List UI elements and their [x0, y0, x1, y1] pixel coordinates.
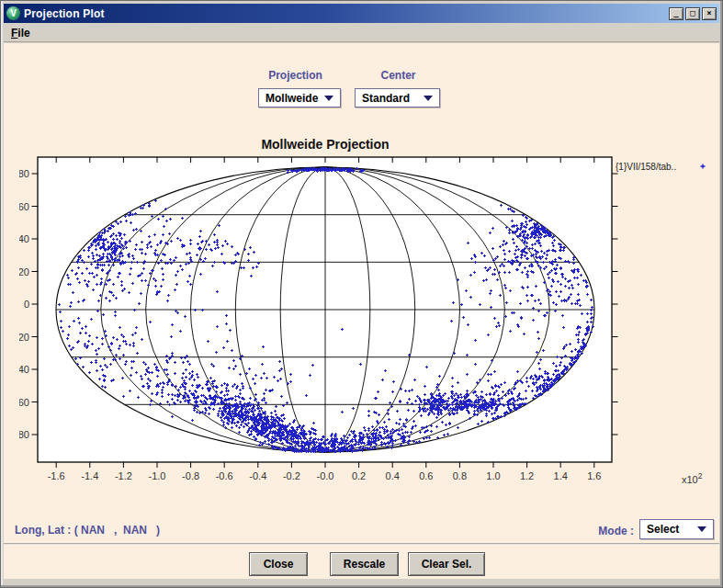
svg-text:-80: -80 — [19, 429, 29, 440]
svg-text:0.2: 0.2 — [352, 470, 366, 481]
legend: {1}VII/158/tab.. — [616, 162, 706, 172]
window-title: Projection Plot — [24, 7, 669, 20]
mode-combo-value: Select — [640, 523, 697, 536]
svg-text:0.8: 0.8 — [453, 470, 467, 481]
svg-text:80: 80 — [19, 168, 29, 179]
close-window-button[interactable]: × — [702, 7, 717, 20]
scatter-points-layer[interactable] — [38, 157, 612, 462]
legend-label: {1}VII/158/tab.. — [616, 162, 676, 172]
svg-text:1.6: 1.6 — [587, 470, 601, 481]
x-axis-scale-label: x102 — [682, 471, 703, 485]
svg-text:-0.6: -0.6 — [216, 470, 233, 481]
svg-text:-1.4: -1.4 — [81, 470, 98, 481]
chevron-down-icon — [424, 96, 433, 101]
svg-text:1.4: 1.4 — [554, 470, 568, 481]
minimize-button[interactable]: _ — [669, 7, 683, 20]
mode-combo[interactable]: Select — [639, 519, 714, 539]
coords-status: Long, Lat : ( NAN , NAN ) — [15, 524, 160, 537]
center-label: Center — [355, 69, 442, 82]
svg-text:-1.0: -1.0 — [149, 470, 166, 481]
projection-plot-window: V Projection Plot _ □ × File Projection … — [0, 0, 723, 588]
menubar: File — [4, 24, 719, 42]
rescale-button[interactable]: Rescale — [330, 552, 399, 576]
svg-text:60: 60 — [19, 201, 29, 212]
svg-text:-60: -60 — [19, 397, 29, 408]
svg-text:0.6: 0.6 — [419, 470, 433, 481]
center-combo[interactable]: Standard — [355, 88, 440, 107]
center-combo-value: Standard — [356, 92, 424, 105]
mode-label: Mode : — [553, 525, 634, 537]
menu-file[interactable]: File — [4, 25, 38, 41]
svg-text:-1.2: -1.2 — [115, 470, 132, 481]
svg-text:20: 20 — [19, 266, 29, 277]
svg-text:1.2: 1.2 — [520, 470, 534, 481]
svg-text:0.4: 0.4 — [386, 470, 400, 481]
svg-text:-40: -40 — [19, 364, 29, 375]
maximize-button[interactable]: □ — [685, 7, 700, 20]
window-controls: _ □ × — [669, 7, 717, 20]
app-icon: V — [6, 6, 20, 20]
svg-text:-0.4: -0.4 — [249, 470, 266, 481]
svg-text:-1.6: -1.6 — [48, 470, 65, 481]
svg-text:40: 40 — [19, 233, 29, 244]
projection-combo[interactable]: Mollweide — [258, 88, 341, 107]
svg-text:-0.2: -0.2 — [283, 470, 300, 481]
svg-text:-0.0: -0.0 — [317, 470, 334, 481]
svg-text:1.0: 1.0 — [486, 470, 500, 481]
titlebar[interactable]: V Projection Plot _ □ × — [4, 4, 719, 23]
svg-text:-0.8: -0.8 — [182, 470, 199, 481]
button-panel-separator — [4, 543, 719, 545]
svg-text:0: 0 — [24, 299, 29, 310]
content-panel: Projection Center Mollweide Standard Mol… — [4, 43, 719, 579]
projection-combo-value: Mollweide — [259, 92, 324, 105]
svg-text:-20: -20 — [19, 332, 29, 343]
chevron-down-icon — [324, 96, 333, 101]
close-button[interactable]: Close — [249, 552, 308, 576]
chart-title: Mollweide Projection — [261, 137, 389, 152]
clear-selection-button[interactable]: Clear Sel. — [408, 552, 485, 576]
chevron-down-icon — [697, 526, 706, 532]
projection-label: Projection — [252, 69, 339, 82]
